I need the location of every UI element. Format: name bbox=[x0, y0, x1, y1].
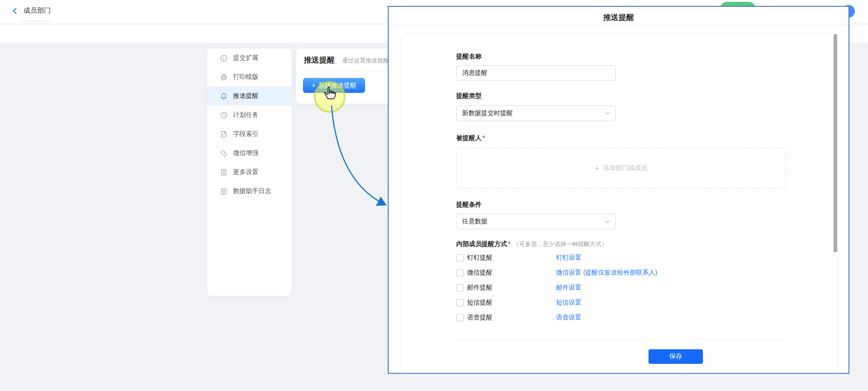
voice-checkbox[interactable] bbox=[456, 314, 463, 321]
wechat-checkbox[interactable] bbox=[456, 269, 463, 276]
modal-form-card: 提醒名称 提醒类型 新数据提交时提醒 被提醒人* + 添加部门或成员 bbox=[401, 34, 838, 371]
required-asterisk: * bbox=[508, 240, 510, 247]
method-row-sms: 短信提醒 短信设置 bbox=[456, 298, 786, 307]
sidebar-item-print-template[interactable]: 打印模版 bbox=[207, 68, 292, 87]
sms-checkbox[interactable] bbox=[456, 299, 463, 306]
sms-settings-link[interactable]: 短信设置 bbox=[556, 299, 581, 307]
sidebar-item-label: 推送提醒 bbox=[233, 92, 258, 100]
dingtalk-settings-link[interactable]: 钉钉设置 bbox=[556, 254, 581, 262]
bell-icon bbox=[220, 92, 228, 100]
dingtalk-checkbox[interactable] bbox=[456, 254, 463, 261]
sidebar-item-data-assistant-log[interactable]: 数据助手日志 bbox=[207, 182, 292, 201]
email-settings-link[interactable]: 邮件设置 bbox=[556, 284, 581, 292]
sidebar-item-label: 数据助手日志 bbox=[233, 187, 271, 195]
plus-icon: + bbox=[595, 164, 600, 172]
sidebar-item-field-index[interactable]: 字段索引 bbox=[207, 125, 292, 144]
add-member-placeholder: 添加部门或成员 bbox=[603, 164, 647, 172]
wechat-settings-link[interactable]: 微信设置 (提醒仅发送给外部联系人) bbox=[556, 269, 657, 277]
modal-scrollbar-thumb[interactable] bbox=[834, 34, 837, 252]
email-checkbox[interactable] bbox=[456, 284, 463, 291]
modal-title-divider bbox=[389, 24, 848, 25]
settings-sidebar: 提交扩展 打印模版 推送提醒 计划任务 字段索引 微信增强 更多 bbox=[207, 48, 292, 296]
reminder-condition-label: 提醒条件 bbox=[456, 201, 482, 209]
sidebar-item-submit-extension[interactable]: 提交扩展 bbox=[207, 48, 292, 68]
chevron-down-icon bbox=[605, 112, 610, 115]
panel-subtitle: 通过设置推送提醒 bbox=[342, 57, 389, 65]
reminder-condition-value: 任意数据 bbox=[462, 217, 488, 226]
reminder-name-label: 提醒名称 bbox=[456, 53, 482, 61]
wechat-icon bbox=[220, 150, 228, 157]
method-row-wechat: 微信提醒 微信设置 (提醒仅发送给外部联系人) bbox=[456, 268, 786, 277]
sidebar-item-push-reminder[interactable]: 推送提醒 bbox=[207, 87, 292, 106]
file-icon bbox=[220, 130, 228, 138]
method-row-email: 邮件提醒 邮件设置 bbox=[456, 283, 786, 292]
info-icon bbox=[220, 54, 228, 62]
reminder-type-value: 新数据提交时提醒 bbox=[462, 109, 513, 117]
modal-title: 推送提醒 bbox=[389, 12, 848, 23]
sidebar-item-label: 打印模版 bbox=[233, 73, 258, 81]
sidebar-item-wechat-enhance[interactable]: 微信增强 bbox=[207, 144, 292, 163]
voice-settings-link[interactable]: 语音设置 bbox=[556, 314, 581, 322]
breadcrumb-underline bbox=[21, 21, 52, 21]
required-asterisk: * bbox=[483, 134, 485, 141]
list-icon bbox=[220, 188, 228, 195]
form-divider bbox=[456, 339, 786, 340]
back-arrow-icon[interactable] bbox=[11, 7, 19, 15]
reminded-person-label: 被提醒人* bbox=[456, 134, 485, 142]
sidebar-item-label: 微信增强 bbox=[233, 149, 258, 157]
method-row-voice: 语音提醒 语音设置 bbox=[456, 313, 786, 322]
notify-methods-label: 内部成员提醒方式*（可多选，至少选择一种提醒方式） bbox=[456, 240, 607, 248]
chevron-down-icon bbox=[605, 220, 610, 223]
printer-icon bbox=[220, 73, 228, 81]
notify-methods-hint: （可多选，至少选择一种提醒方式） bbox=[513, 241, 607, 247]
reminder-name-input[interactable] bbox=[456, 65, 616, 81]
panel-title: 推送提醒 bbox=[304, 55, 335, 65]
sidebar-item-label: 计划任务 bbox=[233, 111, 258, 119]
plus-icon: + bbox=[312, 82, 316, 89]
add-member-dropzone[interactable]: + 添加部门或成员 bbox=[456, 148, 786, 188]
reminder-condition-select[interactable]: 任意数据 bbox=[456, 214, 616, 229]
reminder-type-label: 提醒类型 bbox=[456, 92, 482, 100]
method-row-dingtalk: 钉钉提醒 钉钉设置 bbox=[456, 253, 786, 262]
list-icon bbox=[220, 169, 228, 176]
clock-icon bbox=[220, 111, 228, 119]
sidebar-item-label: 更多设置 bbox=[233, 168, 258, 176]
hand-cursor-icon bbox=[323, 86, 336, 100]
sidebar-item-more-settings[interactable]: 更多设置 bbox=[207, 163, 292, 182]
breadcrumb-title[interactable]: 成员部门 bbox=[24, 6, 51, 15]
sidebar-item-label: 提交扩展 bbox=[233, 54, 258, 62]
push-reminder-modal: 推送提醒 提醒名称 提醒类型 新数据提交时提醒 被提醒人* + 添加部门 bbox=[388, 6, 849, 374]
sidebar-item-scheduled-tasks[interactable]: 计划任务 bbox=[207, 106, 292, 125]
sidebar-item-label: 字段索引 bbox=[233, 130, 258, 138]
save-button[interactable]: 保存 bbox=[649, 349, 703, 364]
reminder-type-select[interactable]: 新数据提交时提醒 bbox=[456, 106, 616, 121]
